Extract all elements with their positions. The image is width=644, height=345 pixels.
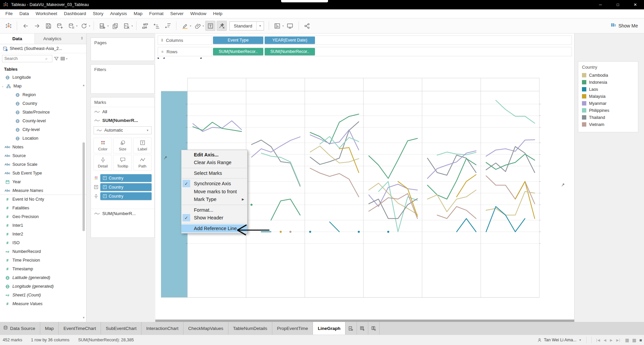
field-longitude-generated-[interactable]: Longitude (generated) <box>0 282 86 291</box>
chevron-down-icon[interactable]: ▾ <box>66 57 67 60</box>
field-latitude-generated-[interactable]: Latitude (generated) <box>0 273 86 282</box>
expand-hierarchy-icon[interactable]: + <box>103 185 107 189</box>
dropdown-caret-icon[interactable]: ▾ <box>76 24 77 27</box>
collapse-pane-icon[interactable]: ⇕ <box>80 36 84 41</box>
menu-server[interactable]: Server <box>167 9 187 18</box>
field-fatalities[interactable]: #Fatalities <box>0 204 86 212</box>
menu-item-edit-axis[interactable]: Edit Axis... <box>181 151 247 159</box>
highlight-pen-icon[interactable] <box>180 21 190 31</box>
field-source[interactable]: AbcSource <box>0 151 86 160</box>
detail-button[interactable]: Detail <box>94 155 112 170</box>
share-icon[interactable] <box>302 21 312 31</box>
field-source-scale[interactable]: AbcSource Scale <box>0 160 86 169</box>
legend-item-indonesia[interactable]: Indonesia <box>578 79 638 86</box>
sheet-tab-subeventchart[interactable]: SubEventChart <box>101 322 142 335</box>
refresh-icon[interactable] <box>79 21 89 31</box>
field-numberrecord[interactable]: =#NumberRecord <box>0 247 86 256</box>
maximize-button[interactable]: □ <box>609 0 627 9</box>
fit-mode-dropdown[interactable]: Standard ▼ <box>229 21 264 30</box>
new-story-button[interactable] <box>368 322 380 335</box>
field-state-province[interactable]: State/Province <box>0 108 86 117</box>
first-sheet-icon[interactable]: |◀ <box>596 338 600 342</box>
sheet-tab-eventtimechart[interactable]: EventTimeChart <box>59 322 101 335</box>
menu-analysis[interactable]: Analysis <box>107 9 130 18</box>
menu-data[interactable]: Data <box>16 9 33 18</box>
pages-card[interactable]: Pages <box>91 38 155 61</box>
show-sheet-sorter-icon[interactable]: ■ <box>639 338 642 343</box>
save-icon[interactable] <box>43 21 53 31</box>
chevron-down-icon[interactable]: ⌄ <box>1 84 5 88</box>
pill-sum-numberrecord[interactable]: SUM(NumberRecor.. <box>213 48 263 55</box>
tab-data[interactable]: Data <box>0 33 35 44</box>
new-data-source-icon[interactable] <box>55 21 65 31</box>
legend-item-philippines[interactable]: Philippines <box>578 107 638 114</box>
previous-sheet-icon[interactable]: ◀ <box>604 338 607 342</box>
fix-axes-pin-icon[interactable] <box>217 21 227 31</box>
sheet-tab-map[interactable]: Map <box>40 322 59 335</box>
field-event-id-no-cnty[interactable]: #Event Id No Cnty <box>0 195 86 204</box>
menu-story[interactable]: Story <box>90 9 107 18</box>
filter-funnel-icon[interactable] <box>54 56 59 61</box>
search-input-box[interactable]: ⌕ <box>2 55 52 62</box>
size-button[interactable]: Size <box>113 138 132 153</box>
dropdown-caret-icon[interactable]: ▾ <box>190 24 191 27</box>
field-time-precision[interactable]: #Time Precision <box>0 256 86 265</box>
redo-icon[interactable] <box>32 21 42 31</box>
field-inter1[interactable]: #Inter1 <box>0 221 86 230</box>
tab-analytics[interactable]: Analytics <box>35 33 70 44</box>
menu-item-mark-type[interactable]: Mark Type▶ <box>181 196 247 204</box>
swap-rows-columns-icon[interactable] <box>140 21 150 31</box>
tableau-logo-toolbar-icon[interactable] <box>3 21 13 31</box>
field-geo-precision[interactable]: #Geo Precision <box>0 212 86 221</box>
legend-item-cambodia[interactable]: Cambodia <box>578 72 638 79</box>
field-region[interactable]: Region <box>0 90 86 99</box>
horizontal-scrollbar[interactable] <box>155 320 574 322</box>
expand-hierarchy-icon[interactable]: + <box>103 194 107 198</box>
field-map[interactable]: ⌄Map <box>0 82 86 90</box>
field-city-level[interactable]: City-level <box>0 125 86 134</box>
sheet-tab-checkmapvalues[interactable]: CheckMapValues <box>183 322 228 335</box>
menu-item-synchronize-axis[interactable]: ✓Synchronize Axis <box>181 180 247 188</box>
legend-item-vietnam[interactable]: Vietnam <box>578 121 638 128</box>
marks-sum-row[interactable]: SUM(NumberR... <box>91 116 154 125</box>
menu-file[interactable]: File <box>2 9 16 18</box>
dropdown-caret-icon[interactable]: ▾ <box>89 24 90 27</box>
show-hide-cards-icon[interactable] <box>272 21 282 31</box>
menu-format[interactable]: Format <box>146 9 167 18</box>
field-longitude[interactable]: Longitude <box>0 73 86 82</box>
show-filmstrip-icon[interactable]: ▦ <box>625 338 629 343</box>
scroll-up-icon[interactable]: ▲ <box>82 84 86 87</box>
last-sheet-icon[interactable]: ▶| <box>616 338 620 342</box>
pill-event-type[interactable]: Event Type <box>213 37 263 44</box>
presentation-mode-icon[interactable] <box>285 21 295 31</box>
sidebar-scrollbar[interactable]: ▲ ▼ <box>82 84 86 320</box>
menu-item-clear-axis-range[interactable]: Clear Axis Range <box>181 159 247 167</box>
expand-hierarchy-icon[interactable]: + <box>103 176 107 180</box>
color-button[interactable]: Color <box>94 138 112 153</box>
new-worksheet-button[interactable] <box>345 322 357 335</box>
marks-all-row[interactable]: All <box>91 107 154 116</box>
field-measure-values[interactable]: #Measure Values <box>0 299 86 308</box>
dropdown-caret-icon[interactable]: ▾ <box>282 24 284 27</box>
pause-auto-updates-icon[interactable] <box>66 21 76 31</box>
duplicate-sheet-icon[interactable] <box>110 21 120 31</box>
sheet-tab-data-source[interactable]: Data Source <box>0 322 40 335</box>
field-location[interactable]: Location <box>0 134 86 143</box>
field-measure-names[interactable]: AbcMeasure Names <box>0 186 86 195</box>
field-sub-event-type[interactable]: AbcSub Event Type <box>0 169 86 178</box>
sheet-tab-interactionchart[interactable]: InteractionChart <box>142 322 183 335</box>
show-me-button[interactable]: Show Me <box>611 23 638 28</box>
menu-window[interactable]: Window <box>187 9 210 18</box>
clear-sheet-icon[interactable] <box>121 21 131 31</box>
sheet-navigation-controls[interactable]: |◀ ◀ ▶ ▶| <box>596 338 621 342</box>
field-iso[interactable]: #ISO <box>0 238 86 247</box>
scroll-down-icon[interactable]: ▼ <box>82 316 86 320</box>
field-country[interactable]: Country <box>0 99 86 108</box>
new-dashboard-button[interactable] <box>357 322 368 335</box>
marks-sum2-row[interactable]: SUM(NumberR... <box>91 209 154 218</box>
menu-map[interactable]: Map <box>130 9 146 18</box>
minimize-button[interactable]: ─ <box>592 0 609 9</box>
rows-shelf[interactable]: ≡ Rows SUM(NumberRecor..SUM(NumberRecor.… <box>158 47 572 56</box>
dropdown-caret-icon[interactable]: ▾ <box>107 24 109 27</box>
sort-descending-icon[interactable] <box>163 21 173 31</box>
